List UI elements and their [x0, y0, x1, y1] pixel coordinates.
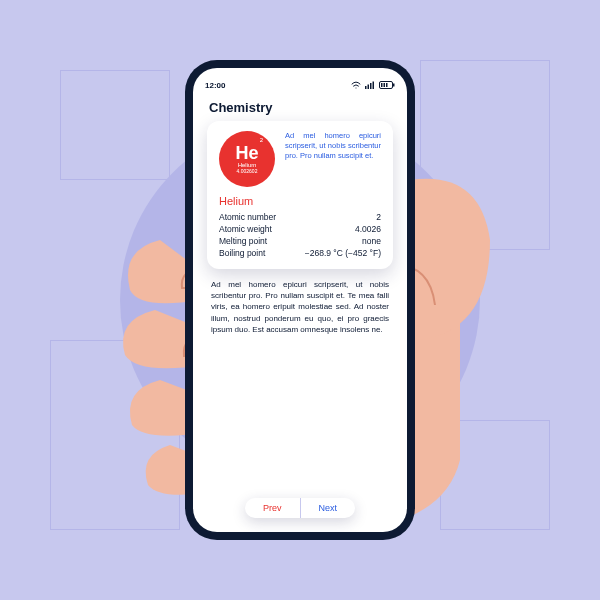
prop-row: Boiling point−268.9 °C (−452 °F) — [219, 247, 381, 259]
element-blurb: Ad mel homero epicuri scripserit, ut nob… — [285, 131, 381, 161]
status-bar: 12:00 — [205, 78, 395, 92]
svg-rect-7 — [384, 83, 386, 87]
svg-rect-5 — [393, 84, 395, 87]
status-time: 12:00 — [205, 81, 225, 90]
element-card: 2 He Helium 4.002602 Ad mel homero epicu… — [207, 121, 393, 269]
svg-rect-3 — [373, 82, 375, 90]
badge-atomic-number: 2 — [260, 137, 263, 143]
svg-rect-8 — [386, 83, 388, 87]
next-button[interactable]: Next — [301, 498, 356, 518]
screen: 12:00 Chemistry 2 He Helium 4.002602 Ad … — [193, 68, 407, 532]
svg-rect-6 — [381, 83, 383, 87]
badge-symbol: He — [235, 144, 258, 162]
wifi-icon — [351, 81, 361, 89]
svg-rect-2 — [370, 83, 372, 89]
battery-icon — [379, 81, 395, 89]
svg-rect-0 — [365, 86, 367, 89]
prop-row: Atomic number2 — [219, 211, 381, 223]
prop-row: Melting pointnone — [219, 235, 381, 247]
prop-row: Atomic weight4.0026 — [219, 223, 381, 235]
element-name: Helium — [219, 195, 381, 207]
svg-rect-1 — [368, 85, 370, 90]
element-badge: 2 He Helium 4.002602 — [219, 131, 275, 187]
phone-frame: 12:00 Chemistry 2 He Helium 4.002602 Ad … — [185, 60, 415, 540]
nav-pill: Prev Next — [245, 498, 355, 518]
badge-weight: 4.002602 — [237, 168, 258, 174]
signal-icon — [365, 81, 375, 89]
prev-button[interactable]: Prev — [245, 498, 301, 518]
body-text: Ad mel homero epicuri scripserit, ut nob… — [205, 279, 395, 490]
property-list: Atomic number2 Atomic weight4.0026 Melti… — [219, 211, 381, 259]
page-title: Chemistry — [209, 100, 395, 115]
